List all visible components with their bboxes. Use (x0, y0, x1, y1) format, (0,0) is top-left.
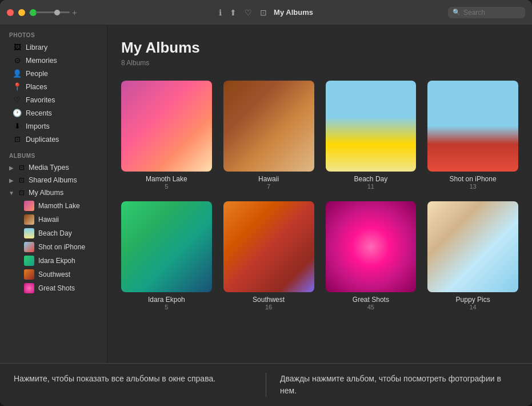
sidebar-label-people: People (26, 70, 48, 78)
sidebar-item-places[interactable]: 📍 Places (3, 80, 103, 93)
shared-albums-icon: ⊡ (17, 176, 26, 184)
album-name-great: Great Shots (353, 296, 389, 304)
sidebar-sub-shot-on-iphone[interactable]: Shot on iPhone (3, 240, 103, 254)
close-button[interactable] (7, 9, 14, 16)
sidebar-item-duplicates[interactable]: ⊡ Duplicates (3, 133, 103, 146)
album-count-shot: 13 (470, 183, 477, 190)
zoom-controls: − + (29, 8, 77, 17)
minimize-button[interactable] (18, 9, 25, 16)
search-icon: 🔍 (453, 9, 461, 16)
sidebar-label-duplicates: Duplicates (26, 136, 59, 144)
sub-label-beach: Beach Day (38, 229, 72, 237)
album-thumb-great (326, 201, 417, 292)
zoom-plus-button[interactable]: + (72, 8, 77, 17)
sidebar-label-places: Places (26, 83, 47, 91)
annotation-right-text: Дважды нажмите альбом, чтобы посмотреть … (280, 373, 518, 397)
annotation-overlay: Нажмите, чтобы показать все альбомы в ок… (0, 363, 532, 406)
album-count: 8 Albums (121, 59, 518, 67)
heart-icon[interactable]: ♡ (245, 8, 252, 17)
sub-label-great: Great Shots (38, 284, 75, 292)
search-input[interactable] (463, 9, 521, 17)
main-area: Photos 🖼 Library ⊙ Memories 👤 People 📍 P… (0, 25, 532, 363)
my-albums-label: My Albums (29, 189, 63, 197)
album-name-puppy: Puppy Pics (456, 296, 490, 304)
album-count-beach: 11 (367, 183, 374, 190)
imports-icon: ⬇ (13, 122, 22, 130)
album-count-puppy: 14 (470, 304, 477, 311)
sub-thumb-southwest (24, 269, 34, 280)
sidebar-sub-great-shots[interactable]: Great Shots (3, 281, 103, 295)
album-shot-on-iphone[interactable]: Shot on iPhone 13 (427, 81, 518, 190)
chevron-right-icon-2: ▶ (8, 177, 15, 184)
albums-grid: Mamoth Lake 5 Hawaii 7 Beach Day 11 Shot… (107, 71, 532, 324)
content-header: My Albums 8 Albums (107, 25, 532, 71)
zoom-minus-button[interactable]: − (29, 8, 33, 17)
titlebar: − + ℹ ⬆ ♡ ⊡ My Albums 🔍 (0, 0, 532, 25)
album-thumb-shot (427, 81, 518, 172)
album-puppy-pics[interactable]: Puppy Pics 14 (427, 201, 518, 311)
media-types-label: Media Types (29, 164, 69, 172)
chevron-right-icon: ▶ (8, 165, 15, 171)
app-window: − + ℹ ⬆ ♡ ⊡ My Albums 🔍 Photos 🖼 (0, 0, 532, 406)
search-bar[interactable]: 🔍 (448, 7, 525, 18)
memories-icon: ⊙ (13, 56, 22, 65)
sidebar-item-my-albums[interactable]: ▼ ⊡ My Albums (3, 186, 103, 199)
shared-albums-label: Shared Albums (29, 176, 77, 184)
my-albums-icon: ⊡ (17, 189, 26, 197)
album-idara[interactable]: Idara Ekpoh 5 (121, 201, 212, 311)
album-count-idara: 5 (165, 304, 168, 311)
sidebar-item-imports[interactable]: ⬇ Imports (3, 120, 103, 133)
sub-thumb-great (24, 283, 34, 293)
sidebar-label-favorites: Favorites (26, 96, 55, 104)
album-count-great: 45 (367, 304, 374, 311)
album-thumb-puppy (427, 201, 518, 292)
sidebar-sub-beach-day[interactable]: Beach Day (3, 226, 103, 240)
sidebar-sub-idara[interactable]: Idara Ekpoh (3, 254, 103, 268)
library-icon: 🖼 (13, 43, 22, 51)
album-hawaii[interactable]: Hawaii 7 (223, 81, 314, 190)
duplicates-icon: ⊡ (13, 135, 22, 144)
crop-icon[interactable]: ⊡ (260, 8, 267, 17)
annotation-left-text: Нажмите, чтобы показать все альбомы в ок… (14, 373, 252, 385)
album-thumb-beach (326, 81, 417, 172)
sub-thumb-mamoth (24, 201, 34, 211)
sidebar-sub-hawaii[interactable]: Hawaii (3, 213, 103, 226)
sub-thumb-beach (24, 228, 34, 238)
sidebar-item-memories[interactable]: ⊙ Memories (3, 54, 103, 67)
album-mamoth-lake[interactable]: Mamoth Lake 5 (121, 81, 212, 190)
sub-thumb-shot (24, 242, 34, 252)
share-icon[interactable]: ⬆ (230, 8, 237, 17)
window-title: My Albums (274, 8, 313, 17)
sidebar-item-library[interactable]: 🖼 Library (3, 41, 103, 54)
sidebar-item-favorites[interactable]: ♡ Favorites (3, 93, 103, 106)
zoom-slider[interactable] (35, 11, 70, 13)
album-great-shots[interactable]: Great Shots 45 (326, 201, 417, 311)
places-icon: 📍 (13, 82, 22, 91)
annotation-right: Дважды нажмите альбом, чтобы посмотреть … (266, 373, 518, 397)
album-count-southwest: 16 (265, 304, 272, 311)
album-beach-day[interactable]: Beach Day 11 (326, 81, 417, 190)
sidebar-sub-mamoth-lake[interactable]: Mamoth Lake (3, 199, 103, 213)
album-southwest[interactable]: Southwest 16 (223, 201, 314, 311)
albums-section-label: Albums (0, 146, 107, 161)
sidebar-label-library: Library (26, 43, 47, 51)
album-name-idara: Idara Ekpoh (148, 296, 185, 304)
info-icon[interactable]: ℹ (219, 8, 222, 17)
content-area: My Albums 8 Albums Mamoth Lake 5 Hawaii … (107, 25, 532, 363)
page-title: My Albums (121, 39, 518, 57)
sidebar-sub-southwest[interactable]: Southwest (3, 268, 103, 281)
sub-thumb-hawaii (24, 214, 34, 225)
sub-label-hawaii: Hawaii (38, 216, 59, 224)
sub-label-idara: Idara Ekpoh (38, 257, 75, 265)
sidebar-item-shared-albums[interactable]: ▶ ⊡ Shared Albums (3, 174, 103, 186)
chevron-down-icon: ▼ (8, 190, 15, 196)
album-thumb-idara (121, 201, 212, 292)
sidebar-item-people[interactable]: 👤 People (3, 67, 103, 80)
favorites-icon: ♡ (13, 95, 22, 104)
sidebar-item-media-types[interactable]: ▶ ⊡ Media Types (3, 161, 103, 174)
sub-thumb-idara (24, 256, 34, 266)
sub-label-mamoth: Mamoth Lake (38, 202, 80, 210)
titlebar-center: ℹ ⬆ ♡ ⊡ My Albums (219, 8, 313, 17)
sidebar-item-recents[interactable]: 🕐 Recents (3, 106, 103, 120)
album-name-hawaii: Hawaii (258, 175, 279, 183)
